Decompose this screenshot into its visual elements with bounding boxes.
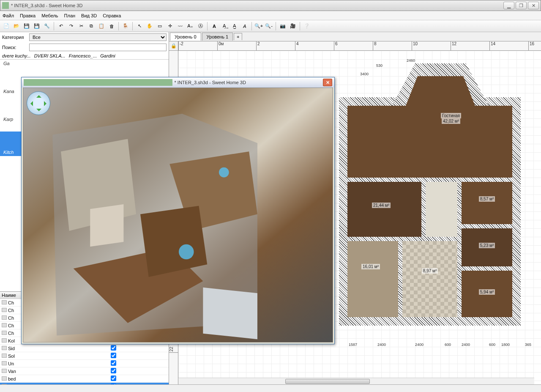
minimize-button[interactable]: ▁ <box>503 2 514 9</box>
horizontal-scrollbar[interactable] <box>178 378 534 384</box>
floor-plan: Гостиная 42,02 м² 21,44 м² 8,57 м² 16,01… <box>339 63 521 326</box>
table-row[interactable]: Van <box>0 367 169 375</box>
text-size-inc-button[interactable]: A͢ <box>220 22 229 31</box>
text-bold-button[interactable]: A <box>210 22 219 31</box>
dimension: 2400 <box>462 343 470 347</box>
cut-button[interactable]: ✂ <box>77 22 86 31</box>
svg-point-8 <box>219 167 229 178</box>
add-furniture-button[interactable]: 🪑 <box>121 22 130 31</box>
delete-button[interactable]: 🗑 <box>107 22 116 31</box>
polyline-tool[interactable]: 〰 <box>175 22 185 31</box>
svg-point-7 <box>179 244 194 260</box>
ruler-tick: 14 <box>489 41 495 51</box>
view3d-title: * INTER_3.sh3d - Sweet Home 3D <box>175 80 323 85</box>
dimension: 2400 <box>377 343 386 347</box>
ruler-tick: 4 <box>295 41 299 51</box>
window-title: * INTER_3.sh3d - Sweet Home 3D <box>11 3 503 8</box>
menubar: Файл Правка Мебель План Вид 3D Справка <box>0 11 541 20</box>
catalog-tab[interactable]: dvere kuchy... <box>2 53 31 58</box>
visible-checkbox[interactable] <box>111 368 116 373</box>
visible-checkbox[interactable] <box>111 360 116 366</box>
catalog-tab[interactable]: DVERI SKLA... <box>34 53 66 58</box>
nav-left-icon[interactable] <box>28 101 33 106</box>
visible-checkbox[interactable] <box>111 345 116 351</box>
nav-up-icon[interactable] <box>36 93 41 98</box>
svg-rect-6 <box>203 288 257 339</box>
menu-view3d[interactable]: Вид 3D <box>81 13 97 18</box>
table-row[interactable]: Ca <box>0 383 169 384</box>
room-r3: 8,57 м² <box>466 195 508 203</box>
category-label: Категория <box>2 35 27 40</box>
zoom-out-button[interactable]: 🔍- <box>264 22 273 31</box>
redo-button[interactable]: ↷ <box>66 22 76 31</box>
open-button[interactable]: 📂 <box>12 22 21 31</box>
dimension: 3400 <box>360 72 369 76</box>
dimension: 1587 <box>349 343 357 347</box>
video-button[interactable]: 🎥 <box>288 22 298 31</box>
catalog-tabs: dvere kuchy... DVERI SKLA... Francesco_.… <box>0 52 169 60</box>
dimension: 1800 <box>501 343 510 347</box>
dimension: 365 <box>525 343 531 347</box>
level-tabs: Уровень 0 Уровень 1 + <box>169 32 541 41</box>
visible-checkbox[interactable] <box>111 353 116 358</box>
level-add-button[interactable]: + <box>234 33 242 40</box>
text-italic-button[interactable]: A <box>240 22 249 31</box>
nav-right-icon[interactable] <box>44 101 49 106</box>
level-tab-0[interactable]: Уровень 0 <box>170 33 201 41</box>
text-size-dec-button[interactable]: A̲ <box>230 22 239 31</box>
wall-tool[interactable]: ▭ <box>155 22 164 31</box>
room-area: 42,02 м² <box>442 118 460 124</box>
catalog-tab[interactable]: Gardini <box>100 53 115 58</box>
search-input[interactable] <box>29 44 167 51</box>
copy-button[interactable]: ⧉ <box>87 22 96 31</box>
view3d-canvas[interactable] <box>23 88 333 343</box>
zoom-in-button[interactable]: 🔍+ <box>254 22 263 31</box>
menu-furniture[interactable]: Мебель <box>41 13 58 18</box>
prefs-button[interactable]: 🔧 <box>42 22 52 31</box>
catalog-item[interactable]: Ga <box>0 60 169 67</box>
help-button[interactable]: ❔ <box>302 22 311 31</box>
pan-tool[interactable]: ✋ <box>145 22 154 31</box>
menu-file[interactable]: Файл <box>3 13 14 18</box>
close-button[interactable]: ✕ <box>528 2 539 9</box>
room-label: Гостиная <box>441 113 461 118</box>
ruler-tick: 6 <box>334 41 338 51</box>
catalog-tab[interactable]: Francesco_... <box>69 53 97 58</box>
photo-button[interactable]: 📷 <box>278 22 287 31</box>
view3d-titlebar[interactable]: * INTER_3.sh3d - Sweet Home 3D ✕ <box>22 77 334 88</box>
room-r7: 5,94 м² <box>466 288 508 296</box>
visible-checkbox[interactable] <box>111 376 116 381</box>
dimension: 2460 <box>407 58 415 63</box>
view3d-window[interactable]: * INTER_3.sh3d - Sweet Home 3D ✕ <box>21 77 335 344</box>
toolbar: 📄 📂 💾 💾 🔧 ↶ ↷ ✂ ⧉ 📋 🗑 🪑 ↖ ✋ ▭ ✛ 〰 A₊ Ⓐ A… <box>0 20 541 32</box>
undo-button[interactable]: ↶ <box>56 22 66 31</box>
text-tool[interactable]: Ⓐ <box>196 22 205 31</box>
ruler-tick: 16 <box>528 41 534 51</box>
dimension: 530 <box>376 63 383 68</box>
dimension-tool[interactable]: A₊ <box>186 22 195 31</box>
table-row[interactable]: Sid <box>0 345 169 352</box>
select-tool[interactable]: ↖ <box>135 22 144 31</box>
table-row[interactable]: Sol <box>0 352 169 360</box>
menu-plan[interactable]: План <box>64 13 76 18</box>
dimension: 2400 <box>415 343 424 347</box>
visible-checkbox[interactable] <box>111 383 116 384</box>
new-button[interactable]: 📄 <box>2 22 11 31</box>
category-select[interactable]: Все <box>29 33 167 41</box>
view3d-close-button[interactable]: ✕ <box>323 79 332 86</box>
menu-help[interactable]: Справка <box>103 13 121 18</box>
ruler-tick: 12 <box>451 41 456 51</box>
paste-button[interactable]: 📋 <box>97 22 106 31</box>
save-as-button[interactable]: 💾 <box>32 22 41 31</box>
maximize-button[interactable]: ❐ <box>516 2 527 9</box>
room-tool[interactable]: ✛ <box>165 22 175 31</box>
menu-edit[interactable]: Правка <box>20 13 36 18</box>
nav-down-icon[interactable] <box>36 109 41 114</box>
table-row[interactable]: bed <box>0 375 169 383</box>
nav-compass[interactable] <box>27 91 50 115</box>
save-button[interactable]: 💾 <box>22 22 31 31</box>
plan-lock-icon[interactable]: 🔒 <box>169 41 178 51</box>
svg-marker-4 <box>140 206 207 277</box>
level-tab-1[interactable]: Уровень 1 <box>202 33 233 41</box>
table-row[interactable]: Un <box>0 360 169 367</box>
